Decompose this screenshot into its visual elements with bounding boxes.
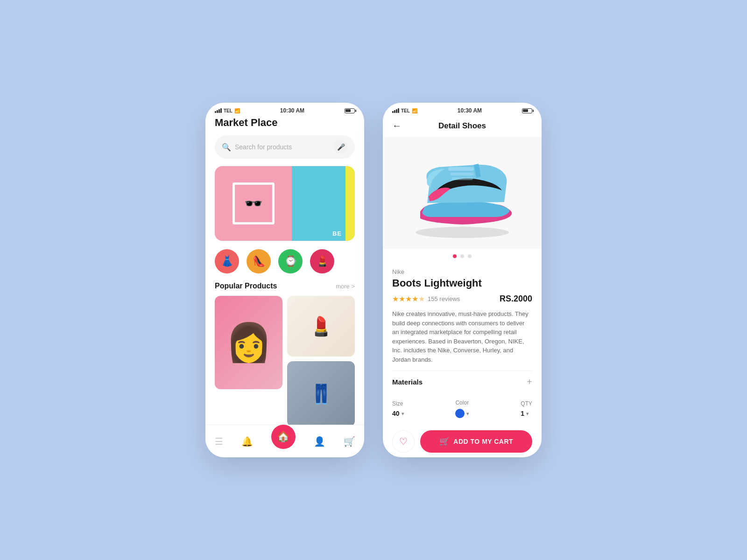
bar3 xyxy=(218,109,220,113)
svg-point-0 xyxy=(416,227,509,238)
nav-cart[interactable]: 🛒 xyxy=(344,436,355,447)
popular-products-header: Popular Products more > xyxy=(215,282,355,290)
nav-home[interactable]: 🏠 xyxy=(271,425,296,449)
left-phone: TEL 📶 10:30 AM Market Place 🔍 Search for… xyxy=(205,103,364,457)
size-select[interactable]: 40 ▾ xyxy=(392,410,404,417)
nav-user[interactable]: 👤 xyxy=(314,436,325,447)
add-to-cart-button[interactable]: 🛒 ADD TO MY CART xyxy=(420,430,532,453)
category-dress[interactable]: 👗 xyxy=(215,249,239,273)
right-wifi-icon: 📶 xyxy=(412,108,417,113)
description: Nike creates innovative, must-have produ… xyxy=(392,309,532,364)
plus-icon[interactable]: + xyxy=(527,377,532,387)
bar2 xyxy=(217,110,218,113)
add-to-cart-label: ADD TO MY CART xyxy=(453,438,513,445)
color-swatch xyxy=(455,409,465,418)
product-card-2[interactable]: 💄 xyxy=(287,296,355,357)
rating-section: ★★★★ ★ 155 reviews xyxy=(392,294,460,303)
cart-icon: 🛒 xyxy=(344,436,355,447)
dot-2[interactable] xyxy=(460,254,464,258)
dot-1[interactable] xyxy=(453,254,457,258)
watch-icon: ⌚ xyxy=(284,255,297,267)
banner-right: BE xyxy=(292,166,355,241)
categories: 👗 👠 ⌚ 💄 xyxy=(215,249,355,273)
screens-container: TEL 📶 10:30 AM Market Place 🔍 Search for… xyxy=(187,84,560,476)
detail-content: Nike Boots Lightweight ★★★★ ★ 155 review… xyxy=(383,264,542,457)
detail-header: ← Detail Shoes xyxy=(383,117,542,137)
status-right xyxy=(345,108,355,113)
signal-bars xyxy=(215,108,222,113)
half-star: ★ xyxy=(418,294,425,303)
svg-rect-3 xyxy=(452,177,473,180)
right-time: 10:30 AM xyxy=(458,107,482,114)
svg-rect-1 xyxy=(448,167,474,171)
rating-row: ★★★★ ★ 155 reviews RS.2000 xyxy=(392,294,532,304)
banner: 🕶️ BE xyxy=(215,166,355,241)
nav-menu[interactable]: ☰ xyxy=(215,436,223,447)
user-icon: 👤 xyxy=(314,436,325,447)
detail-title: Detail Shoes xyxy=(438,121,486,131)
shoes-icon: 👠 xyxy=(253,255,265,267)
banner-pink: 🕶️ xyxy=(215,166,292,241)
more-link[interactable]: more > xyxy=(336,283,355,290)
makeup-icon: 💄 xyxy=(310,315,333,337)
bottom-nav: ☰ 🔔 🏠 👤 🛒 xyxy=(205,425,364,457)
color-label: Color xyxy=(455,399,469,406)
nav-bell[interactable]: 🔔 xyxy=(241,436,253,447)
carrier-label: TEL xyxy=(224,108,233,113)
bar1 xyxy=(215,111,216,113)
right-status-right xyxy=(522,108,532,113)
color-select[interactable]: ▾ xyxy=(455,409,469,418)
wifi-icon: 📶 xyxy=(234,108,240,113)
banner-frame: 🕶️ xyxy=(233,182,275,224)
bell-icon: 🔔 xyxy=(241,436,253,447)
person1-icon: 👩 xyxy=(226,321,272,364)
app-title: Market Place xyxy=(215,117,355,129)
r-bar2 xyxy=(394,110,395,113)
qty-chevron: ▾ xyxy=(526,411,529,416)
qty-option: QTY 1 ▾ xyxy=(521,400,532,417)
qty-value: 1 xyxy=(521,410,524,417)
battery-fill xyxy=(345,109,350,112)
search-placeholder: Search for products xyxy=(235,143,330,151)
back-button[interactable]: ← xyxy=(392,120,402,131)
bar4 xyxy=(220,108,222,113)
search-icon: 🔍 xyxy=(222,143,231,152)
wishlist-button[interactable]: ♡ xyxy=(392,430,415,453)
category-lipstick[interactable]: 💄 xyxy=(310,249,334,273)
banner-text: BE xyxy=(332,230,342,237)
materials-label: Materials xyxy=(392,378,423,386)
category-watch[interactable]: ⌚ xyxy=(278,249,303,273)
popular-products-title: Popular Products xyxy=(215,282,277,290)
size-label: Size xyxy=(392,400,404,407)
svg-rect-2 xyxy=(451,173,474,175)
jeans-icon: 👖 xyxy=(310,383,333,405)
mic-button[interactable]: 🎤 xyxy=(334,140,348,154)
lipstick-icon: 💄 xyxy=(316,255,329,267)
home-icon: 🏠 xyxy=(277,431,289,443)
search-bar[interactable]: 🔍 Search for products 🎤 xyxy=(215,135,355,159)
dot-3[interactable] xyxy=(468,254,472,258)
size-chevron: ▾ xyxy=(402,411,404,416)
right-carrier-label: TEL xyxy=(401,108,410,113)
category-shoes[interactable]: 👠 xyxy=(247,249,271,273)
heart-icon: ♡ xyxy=(399,436,408,447)
r-bar3 xyxy=(396,109,397,113)
status-left: TEL 📶 xyxy=(215,108,240,113)
left-app-content: Market Place 🔍 Search for products 🎤 🕶️ … xyxy=(205,117,364,457)
size-option: Size 40 ▾ xyxy=(392,400,404,417)
dress-icon: 👗 xyxy=(221,255,233,267)
right-signal-bars xyxy=(392,108,399,113)
qty-select[interactable]: 1 ▾ xyxy=(521,410,532,417)
materials-row[interactable]: Materials + xyxy=(392,371,532,393)
stars: ★★★★ xyxy=(392,294,418,303)
options-row: Size 40 ▾ Color ▾ QTY 1 xyxy=(392,399,532,418)
cart-button-icon: 🛒 xyxy=(439,436,450,447)
left-time: 10:30 AM xyxy=(280,107,304,114)
product-card-1[interactable]: 👩 xyxy=(215,296,282,389)
left-status-bar: TEL 📶 10:30 AM xyxy=(205,103,364,117)
color-option: Color ▾ xyxy=(455,399,469,418)
dot-indicators xyxy=(383,249,542,264)
product-card-3[interactable]: 👖 xyxy=(287,361,355,427)
banner-yellow xyxy=(345,166,355,241)
battery-icon xyxy=(345,108,355,113)
